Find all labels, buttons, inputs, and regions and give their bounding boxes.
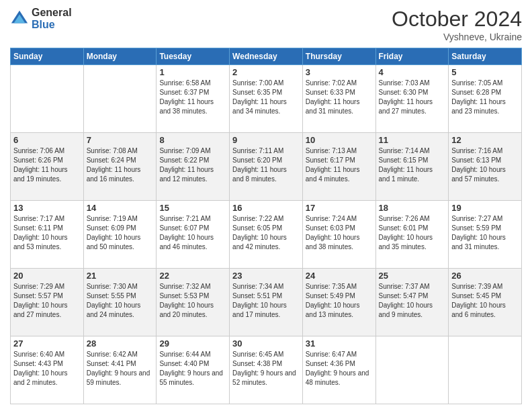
day-header-thursday: Thursday (302, 48, 375, 65)
day-number: 14 (87, 203, 154, 213)
day-number: 11 (379, 135, 446, 145)
day-header-sunday: Sunday (11, 48, 84, 65)
day-number: 18 (379, 203, 446, 213)
day-info: Sunrise: 6:44 AMSunset: 4:40 PMDaylight:… (159, 350, 226, 387)
day-info: Sunrise: 6:47 AMSunset: 4:36 PMDaylight:… (306, 350, 373, 387)
day-number: 17 (306, 203, 373, 213)
day-info: Sunrise: 7:21 AMSunset: 6:07 PMDaylight:… (159, 214, 226, 252)
day-number: 15 (159, 203, 226, 213)
calendar-cell: 13Sunrise: 7:17 AMSunset: 6:11 PMDayligh… (11, 201, 84, 269)
calendar-cell: 28Sunrise: 6:42 AMSunset: 4:41 PMDayligh… (83, 336, 157, 404)
day-number: 13 (13, 203, 81, 213)
day-info: Sunrise: 7:32 AMSunset: 5:53 PMDaylight:… (159, 282, 226, 320)
calendar-cell: 17Sunrise: 7:24 AMSunset: 6:03 PMDayligh… (302, 201, 375, 269)
calendar-cell: 4Sunrise: 7:03 AMSunset: 6:30 PMDaylight… (375, 65, 449, 133)
calendar-cell: 15Sunrise: 7:21 AMSunset: 6:07 PMDayligh… (157, 201, 230, 269)
day-number: 6 (13, 135, 81, 145)
logo-text: General Blue (32, 7, 72, 30)
day-number: 21 (87, 271, 154, 281)
calendar-cell: 27Sunrise: 6:40 AMSunset: 4:43 PMDayligh… (11, 336, 84, 404)
day-info: Sunrise: 7:27 AMSunset: 5:59 PMDaylight:… (451, 214, 519, 252)
week-row-2: 6Sunrise: 7:06 AMSunset: 6:26 PMDaylight… (11, 133, 522, 201)
day-info: Sunrise: 7:00 AMSunset: 6:35 PMDaylight:… (232, 79, 300, 116)
day-number: 20 (13, 271, 81, 281)
week-row-5: 27Sunrise: 6:40 AMSunset: 4:43 PMDayligh… (11, 336, 522, 404)
calendar-header-row: SundayMondayTuesdayWednesdayThursdayFrid… (11, 48, 522, 65)
day-info: Sunrise: 7:37 AMSunset: 5:47 PMDaylight:… (379, 282, 446, 320)
page: General Blue October 2024 Vyshneve, Ukra… (0, 0, 532, 411)
day-info: Sunrise: 7:19 AMSunset: 6:09 PMDaylight:… (87, 214, 154, 252)
calendar-cell: 12Sunrise: 7:16 AMSunset: 6:13 PMDayligh… (449, 133, 522, 201)
calendar-cell: 8Sunrise: 7:09 AMSunset: 6:22 PMDaylight… (157, 133, 230, 201)
day-header-saturday: Saturday (449, 48, 522, 65)
calendar-cell: 24Sunrise: 7:35 AMSunset: 5:49 PMDayligh… (302, 269, 375, 336)
day-info: Sunrise: 7:03 AMSunset: 6:30 PMDaylight:… (379, 79, 446, 116)
day-info: Sunrise: 7:06 AMSunset: 6:26 PMDaylight:… (13, 146, 81, 184)
week-row-3: 13Sunrise: 7:17 AMSunset: 6:11 PMDayligh… (11, 201, 522, 269)
week-row-1: 1Sunrise: 6:58 AMSunset: 6:37 PMDaylight… (11, 65, 522, 133)
day-info: Sunrise: 7:09 AMSunset: 6:22 PMDaylight:… (159, 146, 226, 184)
day-info: Sunrise: 6:42 AMSunset: 4:41 PMDaylight:… (87, 350, 154, 387)
calendar-cell: 3Sunrise: 7:02 AMSunset: 6:33 PMDaylight… (302, 65, 375, 133)
calendar-cell: 25Sunrise: 7:37 AMSunset: 5:47 PMDayligh… (375, 269, 449, 336)
day-info: Sunrise: 7:34 AMSunset: 5:51 PMDaylight:… (232, 282, 300, 320)
calendar-cell (449, 336, 522, 404)
logo: General Blue (10, 7, 72, 30)
day-info: Sunrise: 7:26 AMSunset: 6:01 PMDaylight:… (379, 214, 446, 252)
day-info: Sunrise: 7:29 AMSunset: 5:57 PMDaylight:… (13, 282, 81, 320)
calendar-cell: 20Sunrise: 7:29 AMSunset: 5:57 PMDayligh… (11, 269, 84, 336)
day-number: 8 (159, 135, 226, 145)
calendar-cell: 7Sunrise: 7:08 AMSunset: 6:24 PMDaylight… (83, 133, 157, 201)
calendar-cell: 10Sunrise: 7:13 AMSunset: 6:17 PMDayligh… (302, 133, 375, 201)
calendar-cell: 14Sunrise: 7:19 AMSunset: 6:09 PMDayligh… (83, 201, 157, 269)
day-info: Sunrise: 7:13 AMSunset: 6:17 PMDaylight:… (306, 146, 373, 184)
day-number: 25 (379, 271, 446, 281)
day-number: 3 (306, 67, 373, 77)
calendar-cell: 30Sunrise: 6:45 AMSunset: 4:38 PMDayligh… (230, 336, 303, 404)
day-number: 1 (159, 67, 226, 77)
day-number: 31 (306, 338, 373, 349)
calendar-cell: 6Sunrise: 7:06 AMSunset: 6:26 PMDaylight… (11, 133, 84, 201)
day-number: 29 (159, 338, 226, 349)
day-info: Sunrise: 7:08 AMSunset: 6:24 PMDaylight:… (87, 146, 154, 184)
calendar-cell: 2Sunrise: 7:00 AMSunset: 6:35 PMDaylight… (230, 65, 303, 133)
calendar-cell: 1Sunrise: 6:58 AMSunset: 6:37 PMDaylight… (157, 65, 230, 133)
calendar-cell: 19Sunrise: 7:27 AMSunset: 5:59 PMDayligh… (449, 201, 522, 269)
header: General Blue October 2024 Vyshneve, Ukra… (10, 7, 522, 42)
calendar-cell (83, 65, 157, 133)
day-header-friday: Friday (375, 48, 449, 65)
title-section: October 2024 Vyshneve, Ukraine (392, 7, 522, 42)
day-info: Sunrise: 7:17 AMSunset: 6:11 PMDaylight:… (13, 214, 81, 252)
day-info: Sunrise: 6:58 AMSunset: 6:37 PMDaylight:… (159, 79, 226, 116)
day-info: Sunrise: 7:22 AMSunset: 6:05 PMDaylight:… (232, 214, 300, 252)
calendar-cell: 31Sunrise: 6:47 AMSunset: 4:36 PMDayligh… (302, 336, 375, 404)
calendar-cell: 16Sunrise: 7:22 AMSunset: 6:05 PMDayligh… (230, 201, 303, 269)
day-info: Sunrise: 7:39 AMSunset: 5:45 PMDaylight:… (451, 282, 519, 320)
day-number: 5 (451, 67, 519, 77)
day-number: 10 (306, 135, 373, 145)
day-number: 12 (451, 135, 519, 145)
day-number: 24 (306, 271, 373, 281)
logo-blue-label: Blue (32, 19, 72, 31)
day-number: 7 (87, 135, 154, 145)
calendar-cell: 9Sunrise: 7:11 AMSunset: 6:20 PMDaylight… (230, 133, 303, 201)
day-info: Sunrise: 7:11 AMSunset: 6:20 PMDaylight:… (232, 146, 300, 184)
day-number: 19 (451, 203, 519, 213)
calendar-cell: 5Sunrise: 7:05 AMSunset: 6:28 PMDaylight… (449, 65, 522, 133)
logo-general-label: General (32, 7, 72, 19)
day-header-tuesday: Tuesday (157, 48, 230, 65)
day-number: 2 (232, 67, 300, 77)
day-info: Sunrise: 7:16 AMSunset: 6:13 PMDaylight:… (451, 146, 519, 184)
day-info: Sunrise: 6:40 AMSunset: 4:43 PMDaylight:… (13, 350, 81, 387)
day-number: 28 (87, 338, 154, 349)
day-number: 22 (159, 271, 226, 281)
day-info: Sunrise: 7:35 AMSunset: 5:49 PMDaylight:… (306, 282, 373, 320)
month-title: October 2024 (392, 7, 522, 32)
logo-icon (10, 9, 29, 28)
day-number: 23 (232, 271, 300, 281)
calendar-cell: 26Sunrise: 7:39 AMSunset: 5:45 PMDayligh… (449, 269, 522, 336)
day-number: 26 (451, 271, 519, 281)
calendar-cell: 21Sunrise: 7:30 AMSunset: 5:55 PMDayligh… (83, 269, 157, 336)
day-header-monday: Monday (83, 48, 157, 65)
location: Vyshneve, Ukraine (392, 32, 522, 42)
